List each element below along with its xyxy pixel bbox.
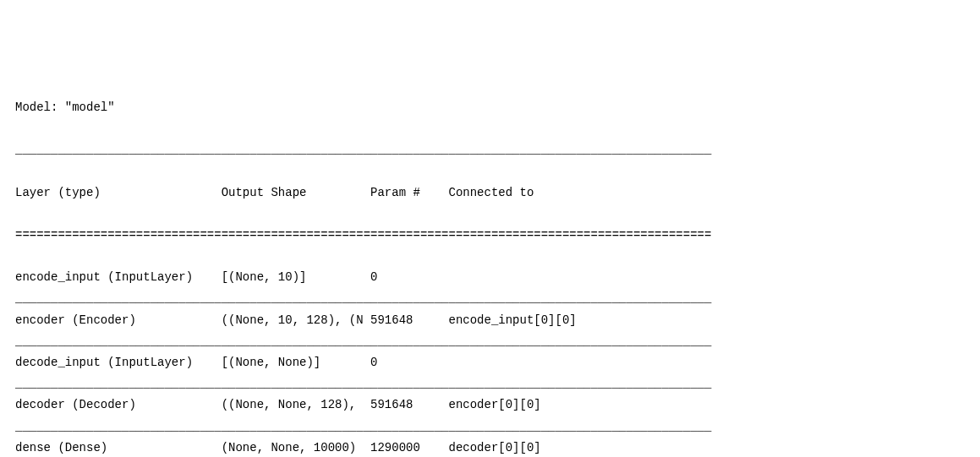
model-name-line: Model: "model" bbox=[15, 97, 965, 118]
hr-top: ________________________________________… bbox=[15, 139, 965, 160]
table-rows: encode_input (InputLayer) [(None, 10)] 0… bbox=[15, 270, 711, 454]
header-row: Layer (type) Output Shape Param # Connec… bbox=[15, 182, 965, 204]
hr-header: ========================================… bbox=[15, 225, 965, 246]
